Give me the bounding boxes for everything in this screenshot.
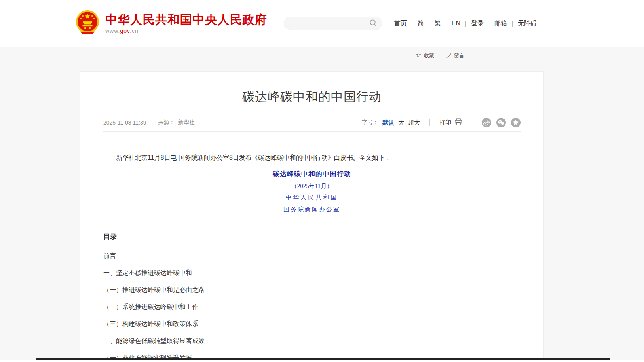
nav-traditional-chinese[interactable]: 繁 xyxy=(429,19,446,28)
search-input[interactable] xyxy=(291,20,369,27)
site-url: www.gov.cn xyxy=(105,28,268,34)
print-label: 打印 xyxy=(439,119,451,127)
nav-accessibility[interactable]: 无障碍 xyxy=(513,19,542,28)
source-label: 来源： xyxy=(158,119,175,126)
header-right: 首页 简 繁 EN 登录 邮箱 无障碍 xyxy=(284,17,542,30)
bottom-divider-line xyxy=(36,358,610,360)
toc-item: 二、能源绿色低碳转型取得显著成效 xyxy=(103,337,521,345)
site-url-cn: .cn xyxy=(130,28,139,34)
site-url-gov: gov xyxy=(120,28,130,34)
toc-item: （三）构建碳达峰碳中和政策体系 xyxy=(103,320,521,328)
article-card: 碳达峰碳中和的中国行动 2025-11-08 11:39 来源： 新华社 字号：… xyxy=(80,71,544,362)
font-size-default[interactable]: 默认 xyxy=(382,119,394,127)
pencil-icon xyxy=(446,53,452,59)
site-header: 中华人民共和国中央人民政府 www.gov.cn 首页 简 xyxy=(0,0,644,47)
toc-heading: 目录 xyxy=(103,232,521,242)
meta-divider xyxy=(472,119,472,126)
favorite-label: 收藏 xyxy=(424,52,434,59)
nav-simplified-chinese[interactable]: 简 xyxy=(412,19,429,28)
search-box[interactable] xyxy=(284,17,382,30)
nav-english[interactable]: EN xyxy=(446,20,465,27)
doc-issuer-line1: 中华人民共和国 xyxy=(103,193,521,201)
font-size-label: 字号： xyxy=(362,119,378,126)
top-nav: 首页 简 繁 EN 登录 邮箱 无障碍 xyxy=(389,19,542,28)
site-url-www: www. xyxy=(105,28,120,34)
wechat-share-icon[interactable] xyxy=(496,118,506,127)
national-emblem-icon xyxy=(75,10,100,37)
bottom-white-strip xyxy=(0,360,644,362)
article-title: 碳达峰碳中和的中国行动 xyxy=(103,88,521,106)
search-button[interactable] xyxy=(369,19,377,28)
publish-date: 2025-11-08 11:39 xyxy=(103,119,146,126)
nav-mailbox[interactable]: 邮箱 xyxy=(489,19,512,28)
comment-button[interactable]: 留言 xyxy=(446,52,464,59)
site-title: 中华人民共和国中央人民政府 xyxy=(105,13,268,27)
meta-divider xyxy=(429,119,430,126)
toc-item: 一、坚定不移推进碳达峰碳中和 xyxy=(103,269,521,277)
doc-issuer-line2: 国务院新闻办公室 xyxy=(103,205,521,213)
toc-item: （一）推进碳达峰碳中和是必由之路 xyxy=(103,286,521,294)
nav-home[interactable]: 首页 xyxy=(389,19,412,28)
meta-underline xyxy=(103,131,521,132)
page: 中华人民共和国中央人民政府 www.gov.cn 首页 简 xyxy=(0,0,644,362)
article-meta-row: 2025-11-08 11:39 来源： 新华社 字号： 默认 大 超大 打印 xyxy=(103,118,521,128)
star-icon xyxy=(416,52,422,59)
logo-text: 中华人民共和国中央人民政府 www.gov.cn xyxy=(105,13,268,34)
nav-login[interactable]: 登录 xyxy=(466,19,489,28)
doc-date-line: （2025年11月） xyxy=(103,182,521,190)
toc-item: （二）系统推进碳达峰碳中和工作 xyxy=(103,303,521,311)
share-group xyxy=(482,118,521,127)
comment-label: 留言 xyxy=(454,52,464,59)
source-value: 新华社 xyxy=(178,119,194,126)
article-meta-left: 2025-11-08 11:39 来源： 新华社 xyxy=(103,119,194,126)
print-button[interactable]: 打印 xyxy=(439,118,462,127)
lead-paragraph: 新华社北京11月8日电 国务院新闻办公室8日发布《碳达峰碳中和的中国行动》白皮书… xyxy=(103,154,521,162)
site-logo[interactable]: 中华人民共和国中央人民政府 www.gov.cn xyxy=(75,10,268,37)
article-meta-controls: 字号： 默认 大 超大 打印 xyxy=(362,118,521,127)
article-source: 来源： 新华社 xyxy=(158,119,194,126)
qzone-share-icon[interactable] xyxy=(511,118,521,127)
doc-title: 碳达峰碳中和的中国行动 xyxy=(103,169,521,179)
toc-item: 前言 xyxy=(103,252,521,260)
weibo-share-icon[interactable] xyxy=(482,118,491,127)
toc-list: 前言 一、坚定不移推进碳达峰碳中和 （一）推进碳达峰碳中和是必由之路 （二）系统… xyxy=(103,252,521,362)
font-size-large[interactable]: 大 xyxy=(398,119,404,127)
search-icon xyxy=(369,19,377,28)
printer-icon xyxy=(454,118,462,127)
font-size-xlarge[interactable]: 超大 xyxy=(408,119,420,127)
favorite-button[interactable]: 收藏 xyxy=(416,52,434,59)
page-actions: 收藏 留言 xyxy=(416,52,464,59)
